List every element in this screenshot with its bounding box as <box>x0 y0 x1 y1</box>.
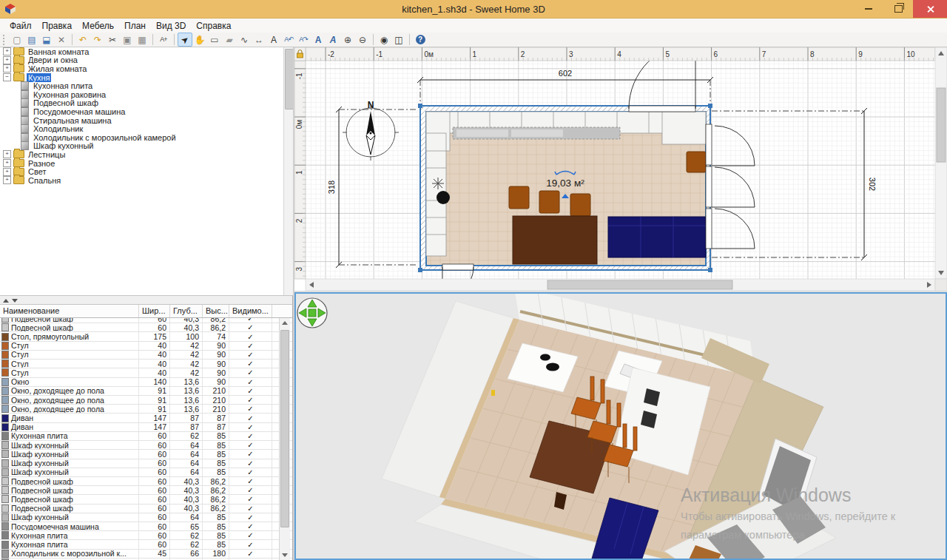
plan-vertical-scrollbar[interactable] <box>935 47 947 279</box>
visible-checkbox[interactable]: ✓ <box>229 396 272 404</box>
furniture-row[interactable]: Подвесной шкаф6040,386,2✓ <box>0 505 292 513</box>
catalog-item-1[interactable]: Кухонная раковина <box>0 90 293 99</box>
visible-checkbox[interactable]: ✓ <box>229 323 272 331</box>
visible-checkbox[interactable]: ✓ <box>229 540 272 548</box>
visible-checkbox[interactable]: ✓ <box>229 477 272 485</box>
catalog-category-7[interactable]: +Спальня <box>0 176 293 185</box>
help-button[interactable]: ? <box>413 33 428 47</box>
expand-icon[interactable]: + <box>3 64 11 72</box>
furniture-row[interactable]: Шкаф кухонный606485✓ <box>0 441 292 450</box>
cut-button[interactable]: ✂ <box>105 33 120 47</box>
select-tool-button[interactable]: ➤ <box>178 33 192 47</box>
sofa-plan[interactable] <box>608 217 706 257</box>
copy-button[interactable]: ▣ <box>120 33 135 47</box>
furniture-row[interactable]: Шкаф кухонный606485✓ <box>0 468 292 477</box>
plan-view[interactable]: 19,03 м² 602 318 302 <box>294 47 947 291</box>
furniture-row[interactable]: Кухонная плита606285✓ <box>0 531 292 540</box>
add-text-tool-button[interactable]: A <box>266 33 281 47</box>
zoom-out-button[interactable]: ⊖ <box>355 33 370 47</box>
add-furniture-button[interactable]: A+ <box>156 33 171 47</box>
plan-vscroll-thumb[interactable] <box>937 88 946 162</box>
menu-5[interactable]: Справка <box>191 21 236 31</box>
furniture-row[interactable]: Стул404290✓ <box>0 342 292 351</box>
furniture-row[interactable]: Шкаф кухонный606485✓ <box>0 450 292 459</box>
expand-icon[interactable]: + <box>3 159 11 167</box>
visible-checkbox[interactable]: ✓ <box>229 495 272 503</box>
catalog-category-2[interactable]: +Жилая комната <box>0 64 293 73</box>
visible-checkbox[interactable]: ✓ <box>229 531 272 539</box>
expand-icon[interactable]: + <box>3 176 11 184</box>
furniture-row[interactable]: Окно14013,690✓ <box>0 378 292 387</box>
furniture-row[interactable]: Окно, доходящее до пола9113,6210✓ <box>0 387 292 396</box>
italic-text-button[interactable]: A <box>326 33 340 47</box>
catalog-item-2[interactable]: Подвесной шкаф <box>0 99 293 108</box>
column-header-4[interactable]: Видимо... <box>229 305 272 317</box>
create-polylines-tool-button[interactable]: ∿ <box>237 33 252 47</box>
visible-checkbox[interactable]: ✓ <box>229 423 272 431</box>
furniture-row[interactable]: Кухонная плита606285✓ <box>0 540 292 549</box>
close-button[interactable] <box>913 0 947 18</box>
splitter-collapse-down-button[interactable] <box>10 297 19 303</box>
column-header-3[interactable]: Выс... <box>203 305 229 317</box>
rotate-text-ccw-button[interactable]: A↶ <box>281 33 296 47</box>
visible-checkbox[interactable]: ✓ <box>229 387 272 395</box>
scroll-up-arrow[interactable] <box>280 318 289 328</box>
sink-symbol[interactable] <box>437 191 450 204</box>
furniture-list-scrollbar-thumb[interactable] <box>280 330 289 527</box>
plan-hscroll-thumb[interactable] <box>547 280 732 289</box>
visible-checkbox[interactable]: ✓ <box>229 468 272 476</box>
catalog-item-4[interactable]: Стиральная машина <box>0 116 293 125</box>
catalog-category-0[interactable]: +Ванная комната <box>0 47 293 56</box>
visible-checkbox[interactable]: ✓ <box>229 342 272 350</box>
expand-icon[interactable]: + <box>3 47 11 55</box>
table-plan[interactable] <box>513 216 597 264</box>
catalog-category-4[interactable]: +Лестницы <box>0 150 293 159</box>
undo-button[interactable]: ↶ <box>75 33 90 47</box>
furniture-row[interactable]: Стул404290✓ <box>0 360 292 368</box>
navigation-arrows[interactable] <box>297 298 327 328</box>
furniture-row[interactable]: Стол, прямоугольный17510074✓ <box>0 332 292 341</box>
furniture-row[interactable]: Диван1478787✓ <box>0 414 292 422</box>
create-dimensions-tool-button[interactable]: ↔ <box>252 33 266 47</box>
view-3d[interactable]: Активация Windows Чтобы активировать Win… <box>294 292 947 560</box>
minimize-button[interactable] <box>854 0 883 18</box>
furniture-row[interactable]: Подвесной шкаф6040,386,2✓ <box>0 486 292 495</box>
visible-checkbox[interactable]: ✓ <box>229 450 272 458</box>
redo-button[interactable]: ↷ <box>90 33 105 47</box>
expand-icon[interactable]: + <box>3 168 11 176</box>
visible-checkbox[interactable]: ✓ <box>229 405 272 413</box>
create-rooms-tool-button[interactable]: ▰ <box>222 33 237 47</box>
catalog-category-1[interactable]: +Двери и окна <box>0 56 293 65</box>
catalog-list-splitter[interactable] <box>0 295 293 305</box>
furniture-row[interactable]: Кухонная плита606285✓ <box>0 432 292 441</box>
furniture-row[interactable]: Шкаф кухонный606485✓ <box>0 513 292 522</box>
plan-horizontal-scrollbar[interactable] <box>306 279 935 291</box>
furniture-row[interactable]: Окно, доходящее до пола9113,6210✓ <box>0 396 292 405</box>
create-walls-tool-button[interactable]: ▭ <box>207 33 222 47</box>
catalog-category-6[interactable]: +Свет <box>0 167 293 176</box>
zoom-in-button[interactable]: ⊕ <box>340 33 355 47</box>
visible-checkbox[interactable]: ✓ <box>229 513 272 522</box>
open-plan-button[interactable]: ▤ <box>24 33 39 47</box>
visible-checkbox[interactable]: ✓ <box>229 505 272 513</box>
catalog-category-3[interactable]: −Кухня <box>0 73 293 82</box>
column-header-2[interactable]: Глуб... <box>170 305 203 317</box>
furniture-row[interactable]: Посудомоечная машина606585✓ <box>0 522 292 531</box>
menu-0[interactable]: Файл <box>4 21 37 31</box>
visible-checkbox[interactable]: ✓ <box>229 351 272 359</box>
collapse-icon[interactable]: − <box>3 73 11 81</box>
furniture-row[interactable]: Стул404290✓ <box>0 368 292 377</box>
furniture-row[interactable]: Подвесной шкаф6040,386,2✓ <box>0 495 292 504</box>
visible-checkbox[interactable]: ✓ <box>229 459 272 468</box>
paste-button[interactable]: ▦ <box>135 33 149 47</box>
visible-checkbox[interactable]: ✓ <box>229 378 272 386</box>
maximize-button[interactable] <box>883 0 913 18</box>
new-plan-button[interactable]: ▢ <box>10 33 24 47</box>
create-photo-button[interactable]: ◉ <box>377 33 391 47</box>
visible-checkbox[interactable]: ✓ <box>229 486 272 494</box>
save-plan-button[interactable]: ⬓ <box>39 33 54 47</box>
furniture-row[interactable]: Окно, доходящее до пола9113,6210✓ <box>0 405 292 414</box>
furniture-list-scrollbar[interactable] <box>279 318 290 560</box>
create-video-button[interactable]: ◫ <box>391 33 406 47</box>
visible-checkbox[interactable]: ✓ <box>229 550 272 558</box>
